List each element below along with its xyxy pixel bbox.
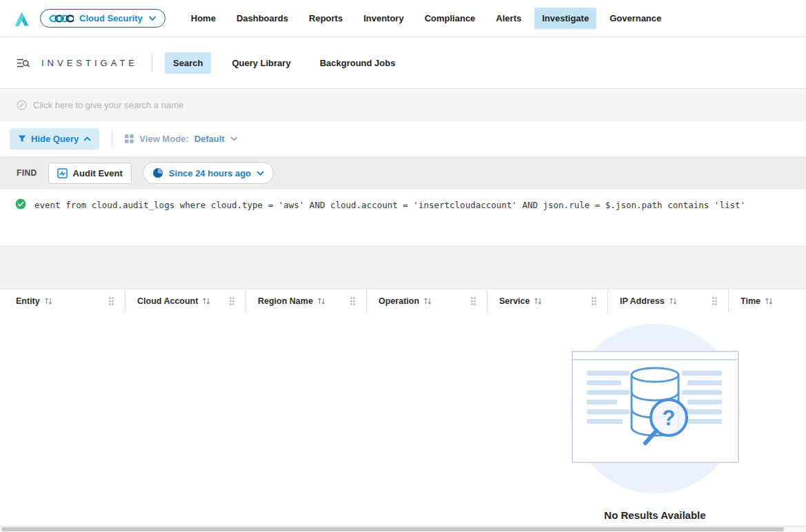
primary-nav: Home Dashboards Reports Inventory Compli… [181,8,672,29]
sort-icon[interactable] [765,297,774,305]
column-label: Operation [379,296,419,306]
divider [112,130,112,148]
filter-icon [18,135,26,143]
investigate-subheader: INVESTIGATE Search Query Library Backgro… [0,37,806,89]
horizontal-scrollbar[interactable] [0,526,806,532]
view-mode-label: View Mode: [139,134,188,144]
results-table-body: ? No Results Available [0,312,806,526]
column-header-entity[interactable]: Entity [0,289,125,312]
audit-event-icon [57,168,68,178]
tab-background-jobs[interactable]: Background Jobs [312,52,404,74]
column-header-cloud-account[interactable]: Cloud Account [125,289,245,312]
column-label: Service [499,296,530,306]
column-drag-handle[interactable] [712,296,718,306]
chevron-down-icon [148,16,157,21]
sort-icon[interactable] [317,297,326,305]
view-mode-dropdown[interactable]: View Mode: Default [125,134,237,144]
event-type-button[interactable]: Audit Event [48,163,132,184]
results-table-header: Entity Cloud Account Region Name [0,289,806,312]
investigate-tabs: Search Query Library Background Jobs [165,52,403,74]
column-drag-handle[interactable] [229,296,235,306]
column-header-operation[interactable]: Operation [366,289,487,312]
valid-query-check-icon [15,198,26,209]
chevron-down-icon [256,171,264,176]
query-editor[interactable]: event from cloud.audit_logs where cloud.… [0,190,806,245]
column-label: Time [740,296,760,306]
find-bar: FIND Audit Event Since 24 hours ago [0,156,806,190]
column-header-ip-address[interactable]: IP Address [607,289,728,312]
find-label: FIND [17,168,37,178]
search-name-placeholder: Click here to give your search a name [33,100,183,110]
nav-item-inventory[interactable]: Inventory [356,8,412,29]
no-results-illustration: ? [555,316,755,505]
product-selector-dropdown[interactable]: Cloud Security [40,9,165,28]
section-gap [0,245,806,289]
column-header-time[interactable]: Time [728,289,806,312]
query-toolbar: Hide Query View Mode: Default [0,121,806,156]
sort-icon[interactable] [669,297,678,305]
investigate-icon [17,57,30,69]
chevron-down-icon [230,136,238,141]
brand-logo-icon[interactable] [12,10,30,28]
nav-item-alerts[interactable]: Alerts [488,8,529,29]
empty-state: ? No Results Available [555,316,755,521]
column-drag-handle[interactable] [108,296,114,306]
edit-icon [17,100,27,110]
page-title: INVESTIGATE [41,58,138,68]
hide-query-label: Hide Query [31,134,79,144]
nav-item-investigate[interactable]: Investigate [534,8,596,29]
event-type-label: Audit Event [73,168,123,178]
nav-item-dashboards[interactable]: Dashboards [229,8,296,29]
product-selector-icon [49,14,74,23]
sort-icon[interactable] [423,297,432,305]
divider [152,54,152,72]
nav-item-reports[interactable]: Reports [301,8,350,29]
nav-item-home[interactable]: Home [183,8,223,29]
column-label: Region Name [258,296,313,306]
clock-icon [152,167,163,178]
sort-icon[interactable] [534,297,543,305]
search-name-field[interactable]: Click here to give your search a name [0,89,806,121]
nav-item-compliance[interactable]: Compliance [417,8,483,29]
svg-text:?: ? [663,406,676,430]
time-range-dropdown[interactable]: Since 24 hours ago [143,162,274,184]
product-selector-label: Cloud Security [79,13,143,23]
column-header-service[interactable]: Service [487,289,607,312]
view-mode-value: Default [194,134,225,144]
hide-query-button[interactable]: Hide Query [10,128,99,150]
nav-item-governance[interactable]: Governance [602,8,669,29]
tab-query-library[interactable]: Query Library [223,52,299,74]
chevron-up-icon [83,136,91,141]
column-drag-handle[interactable] [591,296,597,306]
column-label: IP Address [620,296,665,306]
column-drag-handle[interactable] [350,296,356,306]
column-header-region-name[interactable]: Region Name [245,289,366,312]
grid-icon [125,134,134,143]
sort-icon[interactable] [44,297,53,305]
column-label: Entity [16,296,40,306]
query-text[interactable]: event from cloud.audit_logs where cloud.… [34,198,745,212]
column-drag-handle[interactable] [470,296,476,306]
time-range-label: Since 24 hours ago [169,168,251,178]
scrollbar-thumb[interactable] [1,527,784,531]
sort-icon[interactable] [202,297,211,305]
top-navigation: Cloud Security Home Dashboards Reports I… [0,0,806,37]
empty-state-message: No Results Available [555,509,755,521]
column-label: Cloud Account [137,296,198,306]
tab-search[interactable]: Search [165,52,211,74]
